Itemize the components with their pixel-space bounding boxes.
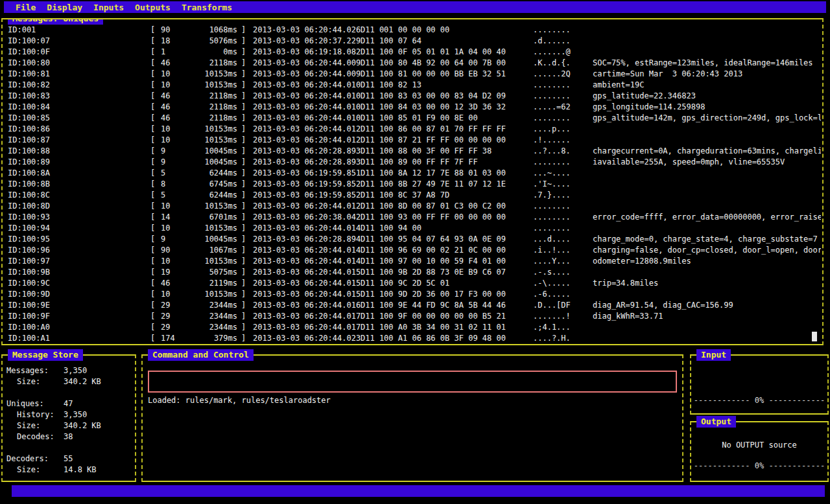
scroll-indicator[interactable] — [812, 332, 817, 341]
row-age: 1067ms — [178, 245, 237, 256]
row-id: ID:100:8B — [8, 179, 50, 190]
message-row[interactable]: ID:100:93[146701ms]2013-03-03 06:20:38.0… — [3, 212, 822, 223]
message-row[interactable]: ID:100:9E[292344ms]2013-03-03 06:20:44.0… — [3, 300, 822, 311]
message-row[interactable]: ID:100:8B[86745ms]2013-03-03 06:19:59.85… — [3, 179, 822, 190]
store-line-value: 3,350 — [64, 409, 87, 420]
row-decoded: diag_AR=91.54, diag_CAC=156.99 — [593, 300, 821, 311]
messages-panel: Messages: Uniques ID:001[901068ms]2013-0… — [1, 18, 824, 345]
message-row[interactable]: ID:100:9B[195075ms]2013-03-03 06:20:44.0… — [3, 267, 822, 278]
open-bracket: [ — [150, 69, 155, 80]
message-row[interactable]: ID:100:9C[462119ms]2013-03-03 06:20:44.0… — [3, 278, 822, 289]
store-line: Uniques:47 — [3, 398, 135, 409]
message-row[interactable]: ID:100:8A[56244ms]2013-03-03 06:19:59.85… — [3, 168, 822, 179]
message-row[interactable]: ID:100:87[1010153ms]2013-03-03 06:20:44.… — [3, 135, 822, 146]
menu-item-file[interactable]: File — [16, 3, 36, 12]
close-bracket: ] — [241, 245, 246, 256]
row-ascii: ........ — [533, 223, 571, 234]
status-bar — [12, 485, 825, 497]
open-bracket: [ — [150, 300, 155, 311]
message-row[interactable]: ID:100:9F[292344ms]2013-03-03 06:20:44.0… — [3, 311, 822, 322]
row-ascii: .-6..... — [533, 289, 571, 300]
message-row[interactable]: ID:100:89[910045ms]2013-03-03 06:20:28.8… — [3, 157, 822, 168]
menu-item-inputs[interactable]: Inputs — [93, 3, 124, 12]
row-ascii: .......! — [533, 311, 571, 322]
message-row[interactable]: ID:100:82[1010153ms]2013-03-03 06:20:44.… — [3, 80, 822, 91]
row-age: 10153ms — [178, 135, 237, 146]
row-age: 10153ms — [178, 256, 237, 267]
store-line: Decodes:38 — [3, 431, 135, 442]
row-count: 5 — [161, 168, 165, 179]
row-ascii: ........ — [533, 91, 571, 102]
row-age: 10045ms — [178, 234, 237, 245]
message-row[interactable]: ID:100:A0[292344ms]2013-03-03 06:20:44.0… — [3, 322, 822, 333]
close-bracket: ] — [241, 322, 246, 333]
message-row[interactable]: ID:100:8C[56244ms]2013-03-03 06:19:59.85… — [3, 190, 822, 201]
message-row[interactable]: ID:100:8D[1010153ms]2013-03-03 06:20:44.… — [3, 201, 822, 212]
row-count: 9 — [161, 146, 165, 157]
menu-item-outputs[interactable]: Outputs — [135, 3, 171, 12]
open-bracket: [ — [150, 190, 155, 201]
row-timestamp: 2013-03-03 06:20:44.015 — [253, 289, 361, 300]
row-ascii: ........ — [533, 212, 571, 223]
message-row[interactable]: ID:100:07[185076ms]2013-03-03 06:20:37.2… — [3, 36, 822, 47]
message-row[interactable]: ID:100:80[462118ms]2013-03-03 06:20:44.0… — [3, 58, 822, 69]
row-timestamp: 2013-03-03 06:20:44.014 — [253, 245, 361, 256]
message-row[interactable]: ID:001[901068ms]2013-03-03 06:20:44.026D… — [3, 25, 822, 36]
row-ascii: .D...[DF — [533, 300, 571, 311]
menu-item-display[interactable]: Display — [47, 3, 82, 12]
message-row[interactable]: ID:100:86[1010153ms]2013-03-03 06:20:44.… — [3, 124, 822, 135]
message-row[interactable]: ID:100:0F[10ms]2013-03-03 06:19:18.082D1… — [3, 47, 822, 58]
message-row[interactable]: ID:100:97[1010153ms]2013-03-03 06:20:44.… — [3, 256, 822, 267]
output-progress-line: ------------ 0% ------------ — [691, 461, 827, 470]
message-row[interactable]: ID:100:81[1010153ms]2013-03-03 06:20:44.… — [3, 69, 822, 80]
row-hex-bytes: D11 100 9C 2D 5C 01 — [361, 278, 449, 289]
store-line: Size:340.2 KB — [3, 376, 135, 387]
row-count: 10 — [161, 80, 170, 91]
command-input[interactable] — [148, 371, 677, 393]
row-id: ID:100:88 — [8, 146, 50, 157]
row-ascii: .....=62 — [533, 102, 571, 113]
message-row[interactable]: ID:100:88[910045ms]2013-03-03 06:20:28.8… — [3, 146, 822, 157]
close-bracket: ] — [241, 256, 246, 267]
row-timestamp: 2013-03-03 06:20:44.026 — [253, 25, 361, 36]
row-timestamp: 2013-03-03 06:20:44.017 — [253, 322, 361, 333]
message-row[interactable]: ID:100:84[462118ms]2013-03-03 06:20:44.0… — [3, 102, 822, 113]
row-age: 2118ms — [178, 91, 237, 102]
menu-item-transforms[interactable]: Transforms — [182, 3, 232, 12]
message-row[interactable]: ID:100:96[901067ms]2013-03-03 06:20:44.0… — [3, 245, 822, 256]
close-bracket: ] — [241, 25, 246, 36]
row-count: 1 — [161, 47, 165, 58]
row-age: 10045ms — [178, 146, 237, 157]
row-hex-bytes: D11 100 81 00 00 00 BB EB 32 51 — [361, 69, 506, 80]
row-hex-bytes: D11 100 93 00 FF FF 00 00 00 00 — [361, 212, 506, 223]
open-bracket: [ — [150, 80, 155, 91]
row-hex-bytes: D11 100 94 00 — [361, 223, 421, 234]
open-bracket: [ — [150, 201, 155, 212]
output-panel-title: Output — [696, 416, 736, 428]
row-decoded: odometer=12808.9miles — [593, 256, 821, 267]
row-age: 1068ms — [178, 25, 237, 36]
close-bracket: ] — [241, 223, 246, 234]
message-row[interactable]: ID:100:A1[174379ms]2013-03-03 06:20:44.0… — [3, 333, 822, 344]
message-store-lines: Messages:3,350Size:340.2 KBUniques:47His… — [3, 365, 135, 475]
message-row[interactable]: ID:100:94[1010153ms]2013-03-03 06:20:44.… — [3, 223, 822, 234]
row-timestamp: 2013-03-03 06:20:44.010 — [253, 91, 361, 102]
row-timestamp: 2013-03-03 06:19:18.082 — [253, 47, 361, 58]
row-hex-bytes: D11 100 9F 00 00 00 00 00 B5 21 — [361, 311, 506, 322]
close-bracket: ] — [241, 36, 246, 47]
row-id: ID:100:9F — [8, 311, 50, 322]
row-decoded: charge_mode=0, charge_state=4, charge_su… — [593, 234, 821, 245]
message-row[interactable]: ID:100:95[910045ms]2013-03-03 06:20:28.8… — [3, 234, 822, 245]
close-bracket: ] — [241, 212, 246, 223]
row-count: 29 — [161, 322, 170, 333]
close-bracket: ] — [241, 135, 246, 146]
message-row[interactable]: ID:100:9D[1010153ms]2013-03-03 06:20:44.… — [3, 289, 822, 300]
row-timestamp: 2013-03-03 06:20:38.042 — [253, 212, 361, 223]
row-age: 6701ms — [178, 212, 237, 223]
message-row[interactable]: ID:100:83[462118ms]2013-03-03 06:20:44.0… — [3, 91, 822, 102]
row-ascii: .-\..... — [533, 278, 571, 289]
row-count: 90 — [161, 245, 170, 256]
row-count: 29 — [161, 311, 170, 322]
row-decoded: gps_latitude=22.346823 — [593, 91, 821, 102]
message-row[interactable]: ID:100:85[462118ms]2013-03-03 06:20:44.0… — [3, 113, 822, 124]
